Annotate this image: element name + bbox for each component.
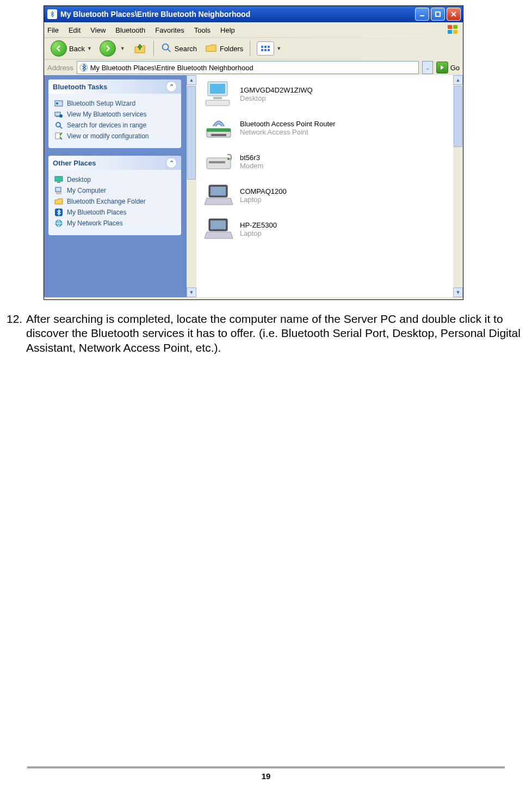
scroll-thumb[interactable] xyxy=(187,86,196,180)
footer-rule xyxy=(27,767,505,767)
step-number: 12. xyxy=(7,312,26,355)
svg-rect-20 xyxy=(206,100,230,106)
dropdown-arrow-icon[interactable]: ▼ xyxy=(276,46,281,51)
panel-header[interactable]: Bluetooth Tasks ⌃ xyxy=(48,79,181,94)
toolbar-divider xyxy=(153,41,154,56)
menu-help[interactable]: Help xyxy=(220,26,235,34)
windows-logo-icon xyxy=(443,24,463,36)
close-button[interactable] xyxy=(447,8,461,21)
device-item[interactable]: bt56r3 Modem xyxy=(202,147,457,176)
address-input[interactable]: My Bluetooth Places\Entire Bluetooth Nei… xyxy=(77,61,419,74)
collapse-icon[interactable]: ⌃ xyxy=(166,157,177,168)
minimize-button[interactable] xyxy=(415,8,429,21)
address-bar: Address My Bluetooth Places\Entire Bluet… xyxy=(44,60,463,75)
panel-other-places: Other Places ⌃ Desktop My Computer Bluet… xyxy=(48,156,181,235)
scroll-up-icon[interactable]: ▲ xyxy=(453,75,463,85)
menu-favorites[interactable]: Favorites xyxy=(155,26,184,34)
place-exchange-folder[interactable]: Bluetooth Exchange Folder xyxy=(54,197,176,206)
task-modify-config[interactable]: View or modify configuration xyxy=(54,132,176,140)
dropdown-arrow-icon[interactable]: ▼ xyxy=(120,46,125,51)
device-type: Laptop xyxy=(240,195,287,204)
content-area: Bluetooth Tasks ⌃ Bluetooth Setup Wizard… xyxy=(44,75,463,297)
address-value: My Bluetooth Places\Entire Bluetooth Nei… xyxy=(90,64,253,72)
search-button[interactable]: Search xyxy=(157,40,200,57)
svg-point-9 xyxy=(56,123,60,127)
scroll-up-icon[interactable]: ▲ xyxy=(187,75,196,85)
dropdown-arrow-icon[interactable]: ▼ xyxy=(87,46,92,51)
window-title: My Bluetooth Places\Entire Bluetooth Nei… xyxy=(60,10,413,19)
task-view-services[interactable]: View My Bluetooth services xyxy=(54,110,176,119)
menu-tools[interactable]: Tools xyxy=(194,26,211,34)
menu-edit[interactable]: Edit xyxy=(69,26,81,34)
go-button[interactable]: Go xyxy=(436,62,460,74)
device-item[interactable]: HP-ZE5300 Laptop xyxy=(202,215,457,244)
svg-rect-0 xyxy=(420,15,424,16)
menu-file[interactable]: File xyxy=(47,26,59,34)
device-item[interactable]: COMPAQ1200 Laptop xyxy=(202,181,457,210)
device-type: Laptop xyxy=(240,229,277,237)
folders-icon xyxy=(205,42,218,56)
svg-rect-19 xyxy=(213,97,222,99)
scroll-down-icon[interactable]: ▼ xyxy=(453,287,463,297)
svg-rect-23 xyxy=(211,134,226,136)
place-label: Desktop xyxy=(67,176,91,183)
panel-header[interactable]: Other Places ⌃ xyxy=(48,156,181,170)
place-label: My Computer xyxy=(67,187,106,194)
svg-point-26 xyxy=(227,158,230,160)
device-name: Bluetooth Access Point Router xyxy=(240,120,336,128)
search-icon xyxy=(54,121,64,130)
place-bluetooth-places[interactable]: My Bluetooth Places xyxy=(54,208,176,217)
task-label: View or modify configuration xyxy=(67,132,149,140)
place-label: My Bluetooth Places xyxy=(67,209,126,216)
folders-button[interactable]: Folders xyxy=(201,40,246,57)
device-name: HP-ZE5300 xyxy=(240,221,277,229)
bluetooth-icon xyxy=(47,9,57,19)
place-network-places[interactable]: My Network Places xyxy=(54,219,176,228)
task-label: Search for devices in range xyxy=(67,121,146,129)
address-dropdown[interactable]: ⌄ xyxy=(422,61,433,74)
back-button[interactable]: Back ▼ xyxy=(47,40,95,57)
footer-rule xyxy=(27,768,505,768)
desktop-device-icon xyxy=(202,79,236,109)
device-list: 1GMVGD4D2W1ZIWQ Desktop Bluetooth Access… xyxy=(196,75,463,297)
toolbar: Back ▼ ▼ Search Folders xyxy=(44,38,463,59)
go-arrow-icon xyxy=(436,62,448,74)
svg-rect-25 xyxy=(209,161,225,163)
up-button[interactable] xyxy=(129,41,150,56)
views-button[interactable]: ▼ xyxy=(253,40,284,57)
collapse-icon[interactable]: ⌃ xyxy=(166,81,177,92)
place-my-computer[interactable]: My Computer xyxy=(54,186,176,195)
menu-bluetooth[interactable]: Bluetooth xyxy=(115,26,145,34)
search-label: Search xyxy=(175,45,197,53)
device-name: 1GMVGD4D2W1ZIWQ xyxy=(240,86,313,94)
folders-label: Folders xyxy=(220,45,243,53)
back-arrow-icon xyxy=(51,40,67,57)
svg-rect-22 xyxy=(207,128,231,132)
sidebar: Bluetooth Tasks ⌃ Bluetooth Setup Wizard… xyxy=(44,75,196,297)
place-label: Bluetooth Exchange Folder xyxy=(67,198,146,205)
scroll-down-icon[interactable]: ▼ xyxy=(187,287,196,297)
task-setup-wizard[interactable]: Bluetooth Setup Wizard xyxy=(54,99,176,108)
task-search-devices[interactable]: Search for devices in range xyxy=(54,121,176,130)
device-item[interactable]: 1GMVGD4D2W1ZIWQ Desktop xyxy=(202,79,457,109)
maximize-button[interactable] xyxy=(431,8,445,21)
toolbar-divider xyxy=(250,41,250,56)
scroll-thumb[interactable] xyxy=(454,86,462,147)
bluetooth-icon xyxy=(54,208,64,217)
computer-icon xyxy=(54,186,64,195)
sidebar-scrollbar[interactable]: ▲ ▼ xyxy=(187,75,196,297)
forward-button[interactable]: ▼ xyxy=(96,40,128,57)
device-name: bt56r3 xyxy=(240,154,263,162)
svg-rect-28 xyxy=(211,187,226,195)
back-label: Back xyxy=(69,45,85,53)
page-footer: 19 xyxy=(27,767,505,781)
svg-rect-11 xyxy=(55,176,63,181)
bluetooth-icon xyxy=(79,63,88,72)
network-icon xyxy=(54,219,64,228)
device-item[interactable]: Bluetooth Access Point Router Network Ac… xyxy=(202,113,457,143)
place-label: My Network Places xyxy=(67,219,123,227)
filearea-scrollbar[interactable]: ▲ ▼ xyxy=(453,75,463,297)
menu-view[interactable]: View xyxy=(90,26,106,34)
services-icon xyxy=(54,110,64,119)
place-desktop[interactable]: Desktop xyxy=(54,175,176,184)
